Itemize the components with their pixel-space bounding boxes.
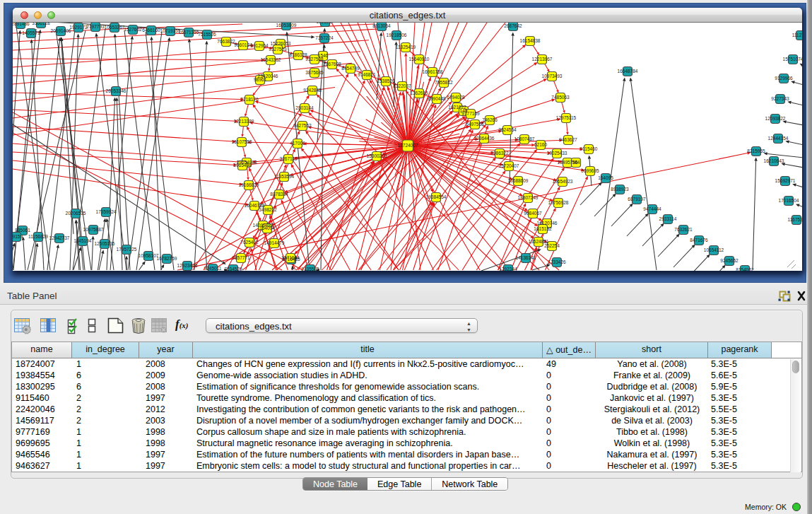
svg-text:3875685: 3875685 bbox=[305, 70, 324, 75]
svg-text:12923446: 12923446 bbox=[177, 263, 198, 268]
svg-text:1733426: 1733426 bbox=[548, 259, 566, 264]
svg-text:16671355: 16671355 bbox=[179, 30, 199, 35]
svg-text:16961758: 16961758 bbox=[423, 69, 443, 74]
svg-text:9327503: 9327503 bbox=[269, 47, 287, 52]
svg-text:16782759: 16782759 bbox=[157, 256, 177, 261]
svg-text:9245011: 9245011 bbox=[204, 266, 222, 271]
svg-text:9463627: 9463627 bbox=[559, 137, 577, 142]
svg-text:252254: 252254 bbox=[544, 243, 560, 248]
svg-text:15640910: 15640910 bbox=[409, 57, 430, 62]
svg-text:1405571: 1405571 bbox=[22, 30, 40, 35]
svg-text:11353594: 11353594 bbox=[274, 174, 295, 179]
svg-text:2867608: 2867608 bbox=[323, 62, 341, 66]
svg-text:20206535: 20206535 bbox=[66, 211, 86, 216]
svg-text:7632621: 7632621 bbox=[674, 227, 693, 232]
svg-text:1167534: 1167534 bbox=[788, 217, 802, 222]
svg-text:1362615: 1362615 bbox=[410, 90, 428, 95]
svg-text:3366128: 3366128 bbox=[32, 23, 50, 25]
svg-text:1112753: 1112753 bbox=[792, 33, 802, 37]
svg-text:1965498: 1965498 bbox=[233, 163, 252, 168]
svg-text:15720407: 15720407 bbox=[499, 163, 519, 168]
svg-text:16053809: 16053809 bbox=[276, 23, 297, 28]
svg-text:2687642: 2687642 bbox=[504, 23, 522, 28]
svg-text:9660124: 9660124 bbox=[234, 42, 252, 47]
svg-text:2933114: 2933114 bbox=[659, 216, 677, 221]
svg-text:8154062: 8154062 bbox=[736, 267, 754, 271]
svg-text:8454749: 8454749 bbox=[341, 66, 360, 71]
svg-text:18807249: 18807249 bbox=[518, 195, 539, 200]
svg-text:2718176: 2718176 bbox=[240, 97, 259, 102]
svg-text:9084067: 9084067 bbox=[524, 211, 542, 216]
svg-text:9857771: 9857771 bbox=[232, 255, 250, 260]
svg-text:9245652: 9245652 bbox=[720, 258, 739, 263]
svg-text:584: 584 bbox=[572, 160, 580, 165]
svg-text:16120746: 16120746 bbox=[537, 221, 558, 226]
svg-text:16154838: 16154838 bbox=[520, 38, 541, 43]
svg-text:164095: 164095 bbox=[598, 175, 613, 180]
svg-text:10653267: 10653267 bbox=[105, 25, 125, 30]
svg-text:12093822: 12093822 bbox=[765, 116, 786, 121]
svg-text:3624554: 3624554 bbox=[498, 127, 517, 132]
svg-text:7955812: 7955812 bbox=[435, 80, 453, 85]
svg-text:19654923: 19654923 bbox=[553, 179, 573, 184]
svg-text:19166829: 19166829 bbox=[239, 182, 259, 187]
svg-text:9777169: 9777169 bbox=[461, 111, 480, 116]
svg-text:26053346: 26053346 bbox=[106, 88, 126, 93]
svg-text:7634529: 7634529 bbox=[224, 267, 242, 271]
svg-text:17016504: 17016504 bbox=[779, 198, 799, 203]
svg-text:10719155: 10719155 bbox=[160, 28, 181, 33]
svg-text:9242848: 9242848 bbox=[303, 88, 322, 93]
svg-text:16107553: 16107553 bbox=[232, 139, 252, 144]
svg-text:7485063: 7485063 bbox=[551, 95, 570, 100]
svg-text:12213389: 12213389 bbox=[234, 119, 254, 124]
svg-text:12505135: 12505135 bbox=[95, 241, 115, 246]
svg-text:12213967: 12213967 bbox=[532, 57, 553, 62]
svg-text:16648784: 16648784 bbox=[618, 69, 638, 74]
svg-text:3267110: 3267110 bbox=[280, 156, 298, 161]
svg-text:2803144: 2803144 bbox=[295, 105, 314, 110]
svg-text:10975887: 10975887 bbox=[83, 227, 104, 232]
svg-text:8322037: 8322037 bbox=[393, 83, 411, 88]
svg-text:1929172: 1929172 bbox=[69, 25, 88, 30]
svg-text:835061: 835061 bbox=[15, 228, 30, 233]
svg-text:8215955: 8215955 bbox=[747, 148, 765, 153]
svg-text:19756928: 19756928 bbox=[548, 200, 569, 205]
svg-text:11156829: 11156829 bbox=[28, 234, 48, 239]
svg-text:1615132: 1615132 bbox=[534, 226, 552, 231]
svg-text:8938923: 8938923 bbox=[611, 187, 629, 192]
svg-text:8813054: 8813054 bbox=[372, 23, 391, 28]
svg-text:1538520: 1538520 bbox=[377, 78, 395, 83]
svg-text:11325419: 11325419 bbox=[396, 45, 416, 49]
svg-text:62160: 62160 bbox=[534, 142, 547, 147]
svg-text:8471676: 8471676 bbox=[690, 238, 708, 243]
svg-text:16543362: 16543362 bbox=[261, 57, 281, 62]
svg-text:6794028: 6794028 bbox=[447, 95, 465, 100]
svg-text:8878334: 8878334 bbox=[270, 192, 288, 197]
svg-text:10807487: 10807487 bbox=[514, 136, 535, 141]
svg-text:8990448: 8990448 bbox=[428, 96, 446, 101]
svg-text:10688609: 10688609 bbox=[508, 178, 529, 183]
svg-text:9146821: 9146821 bbox=[358, 72, 376, 77]
svg-text:1571644: 1571644 bbox=[281, 255, 300, 260]
svg-text:6466160: 6466160 bbox=[142, 28, 160, 33]
svg-text:17957225: 17957225 bbox=[117, 247, 137, 252]
svg-text:15751074: 15751074 bbox=[783, 57, 802, 62]
svg-text:98961: 98961 bbox=[254, 77, 266, 82]
svg-text:7663822: 7663822 bbox=[217, 39, 235, 44]
svg-text:9474444: 9474444 bbox=[643, 206, 661, 211]
svg-text:9135585: 9135585 bbox=[301, 267, 319, 271]
svg-text:14914479: 14914479 bbox=[264, 240, 285, 245]
svg-text:154094: 154094 bbox=[259, 226, 275, 230]
svg-text:6497568: 6497568 bbox=[466, 122, 484, 127]
svg-text:1145194: 1145194 bbox=[74, 238, 92, 243]
svg-text:15300203: 15300203 bbox=[367, 153, 387, 158]
svg-text:20364436: 20364436 bbox=[474, 136, 495, 141]
svg-text:1292344: 1292344 bbox=[499, 267, 517, 271]
svg-text:3498222: 3498222 bbox=[259, 207, 277, 212]
svg-text:8912954: 8912954 bbox=[250, 43, 269, 48]
svg-text:12942737: 12942737 bbox=[49, 235, 70, 240]
svg-text:10654112: 10654112 bbox=[704, 247, 724, 252]
svg-text:7357224: 7357224 bbox=[315, 35, 334, 40]
svg-text:746266: 746266 bbox=[482, 117, 498, 122]
svg-text:2891486: 2891486 bbox=[13, 23, 30, 26]
